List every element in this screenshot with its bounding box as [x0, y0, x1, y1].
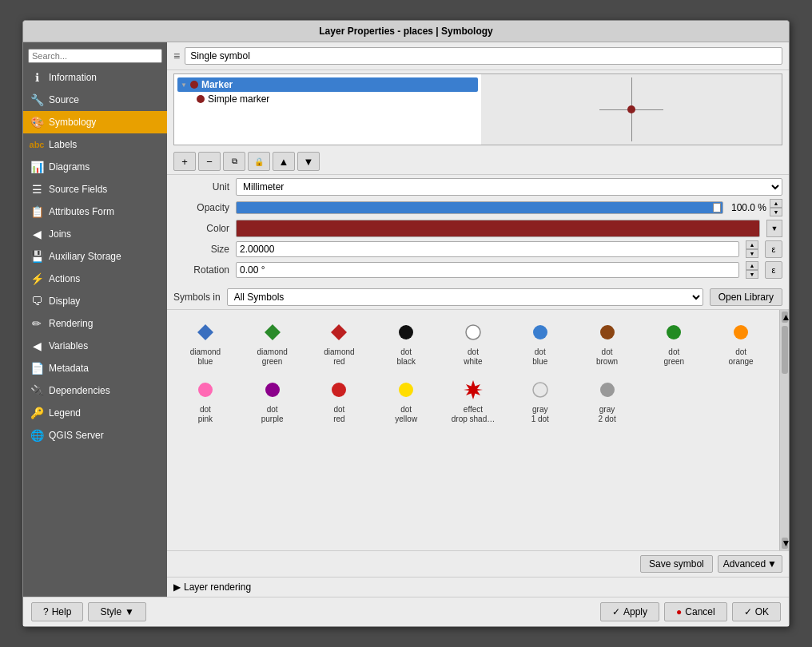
preview-dot	[627, 105, 635, 113]
sidebar-item-labels[interactable]: abc Labels	[23, 133, 167, 156]
rotation-expr-button[interactable]: ε	[765, 261, 782, 279]
cancel-button[interactable]: ● Cancel	[664, 602, 727, 621]
color-dropdown-arrow[interactable]: ▼	[766, 220, 782, 237]
symbol-diamond-green[interactable]: diamondgreen	[241, 316, 304, 371]
sidebar-item-source-fields[interactable]: ☰ Source Fields	[23, 178, 167, 200]
advanced-button[interactable]: Advanced ▼	[718, 555, 782, 573]
scroll-down-arrow[interactable]: ▼	[782, 538, 788, 549]
unit-select[interactable]: Millimeter	[236, 178, 782, 196]
effect-drop-shadow-icon	[461, 378, 485, 402]
scroll-up-arrow[interactable]: ▲	[782, 312, 788, 323]
svg-point-10	[265, 383, 280, 397]
symbol-type-select[interactable]: Single symbol	[185, 47, 782, 65]
symbol-dot-orange[interactable]: dotorange	[709, 316, 773, 371]
symbols-in-select[interactable]: All Symbols	[227, 288, 703, 306]
move-up-button[interactable]: ▲	[273, 152, 295, 171]
size-spin-up[interactable]: ▲	[746, 240, 758, 249]
move-down-button[interactable]: ▼	[297, 152, 320, 171]
sidebar-item-metadata[interactable]: 📄 Metadata	[23, 357, 167, 379]
sidebar-item-rendering[interactable]: ✏ Rendering	[23, 312, 167, 335]
symbol-dot-black[interactable]: dotblack	[374, 316, 438, 371]
advanced-label: Advanced	[723, 558, 766, 570]
opacity-spin-up[interactable]: ▲	[770, 199, 782, 208]
sidebar-item-joins[interactable]: ◀ Joins	[23, 223, 167, 245]
search-input[interactable]	[28, 49, 162, 63]
symbol-gray-1-dot[interactable]: gray1 dot	[508, 374, 572, 428]
svg-point-6	[600, 325, 615, 339]
symbol-effect-drop-shadow[interactable]: effectdrop shad…	[441, 374, 505, 428]
sidebar-item-attributes-form[interactable]: 📋 Attributes Form	[23, 200, 167, 223]
layer-rendering-section[interactable]: ▶ Layer rendering	[167, 577, 789, 597]
duplicate-layer-button[interactable]: ⧉	[223, 152, 245, 171]
sidebar-item-information[interactable]: ℹ Information	[23, 66, 167, 89]
symbol-dot-pink[interactable]: dotpink	[173, 374, 237, 428]
size-expr-button[interactable]: ε	[765, 240, 782, 258]
symbol-dot-yellow[interactable]: dotyellow	[374, 374, 438, 428]
sidebar-item-display[interactable]: 🗨 Display	[23, 290, 167, 312]
rotation-spin: ▲ ▼	[746, 261, 758, 279]
lock-layer-button[interactable]: 🔒	[248, 152, 270, 171]
opacity-spin-down[interactable]: ▼	[770, 208, 782, 216]
sidebar-item-label: Joins	[49, 228, 71, 240]
size-spin-down[interactable]: ▼	[746, 249, 758, 258]
sidebar-item-qgis-server[interactable]: 🌐 QGIS Server	[23, 424, 167, 447]
rotation-input[interactable]	[236, 262, 739, 278]
sidebar-item-actions[interactable]: ⚡ Actions	[23, 268, 167, 290]
diamond-red-label: diamondred	[324, 347, 354, 367]
symbol-dot-brown[interactable]: dotbrown	[575, 316, 639, 371]
opacity-bar[interactable]	[236, 201, 723, 214]
symbol-diamond-red[interactable]: diamondred	[308, 316, 372, 371]
open-library-button[interactable]: Open Library	[710, 288, 782, 306]
svg-point-4	[466, 325, 480, 339]
symbol-dot-purple[interactable]: dotpurple	[241, 374, 304, 428]
color-swatch[interactable]	[236, 220, 760, 237]
gray-2-dot-label: gray2 dot	[598, 405, 615, 424]
marker-tree-item[interactable]: ▼ Marker	[177, 77, 478, 92]
ok-label: OK	[755, 606, 769, 617]
add-layer-button[interactable]: +	[173, 152, 196, 171]
layer-rendering-arrow: ▶	[173, 582, 181, 593]
sidebar-item-legend[interactable]: 🔑 Legend	[23, 402, 167, 424]
symbol-diamond-blue[interactable]: diamondblue	[173, 316, 237, 371]
size-input[interactable]	[236, 241, 739, 257]
svg-point-5	[533, 325, 547, 339]
symbols-header: Symbols in All Symbols Open Library	[167, 285, 789, 310]
ok-button[interactable]: ✓ OK	[732, 602, 781, 621]
symbol-dot-white[interactable]: dotwhite	[441, 316, 505, 371]
diamond-green-icon	[261, 320, 285, 344]
sidebar-item-dependencies[interactable]: 🔌 Dependencies	[23, 379, 167, 402]
scrollbar[interactable]: ▲ ▼	[779, 310, 789, 550]
save-symbol-button[interactable]: Save symbol	[640, 555, 713, 573]
advanced-arrow: ▼	[767, 558, 777, 570]
symbol-dot-red[interactable]: dotred	[308, 374, 372, 428]
rotation-spin-up[interactable]: ▲	[746, 261, 758, 270]
symbol-gray-2-dot[interactable]: gray2 dot	[575, 374, 639, 428]
simple-marker-dot	[197, 95, 205, 103]
symbol-dot-blue[interactable]: dotblue	[508, 316, 572, 371]
symbol-dot-green[interactable]: dotgreen	[642, 316, 706, 371]
sidebar-item-diagrams[interactable]: 📊 Diagrams	[23, 156, 167, 178]
size-row: Size ▲ ▼ ε	[173, 240, 782, 258]
rotation-spin-down[interactable]: ▼	[746, 270, 758, 279]
style-button[interactable]: Style ▼	[88, 602, 146, 621]
sidebar-item-auxiliary-storage[interactable]: 💾 Auxiliary Storage	[23, 245, 167, 268]
svg-point-15	[600, 383, 615, 397]
simple-marker-tree-item[interactable]: Simple marker	[193, 92, 478, 106]
help-button[interactable]: ? Help	[31, 602, 83, 621]
opacity-label: Opacity	[173, 202, 229, 213]
dot-black-icon	[394, 320, 418, 344]
sidebar-item-symbology[interactable]: 🎨 Symbology	[23, 111, 167, 133]
opacity-value: 100.0 %	[726, 202, 766, 213]
sidebar-item-source[interactable]: 🔧 Source	[23, 89, 167, 111]
opacity-row: Opacity 100.0 % ▲ ▼	[173, 199, 782, 216]
svg-point-3	[399, 325, 413, 339]
information-icon: ℹ	[30, 70, 44, 85]
remove-layer-button[interactable]: −	[198, 152, 221, 171]
symbols-in-label: Symbols in	[173, 292, 221, 303]
sidebar-item-variables[interactable]: ◀ Variables	[23, 335, 167, 357]
dot-red-icon	[327, 378, 351, 402]
symbols-grid-container[interactable]: diamondblue diamondgreen	[167, 310, 779, 550]
apply-button[interactable]: ✓ Apply	[600, 602, 659, 621]
scrollbar-thumb[interactable]	[782, 326, 788, 374]
cancel-icon: ●	[676, 606, 682, 617]
